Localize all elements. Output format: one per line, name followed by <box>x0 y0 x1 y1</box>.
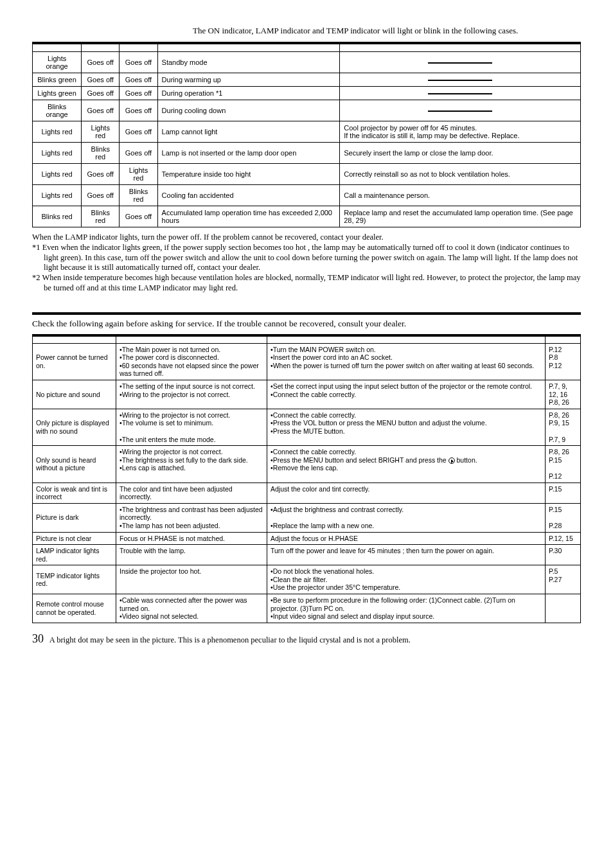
table-cell: Blinks red <box>33 206 82 227</box>
table-cell: Goes off <box>82 100 120 121</box>
table-cell: Lights red <box>33 164 82 185</box>
table-cell <box>340 87 581 100</box>
table-cell: Lights red <box>33 121 82 143</box>
remedy-cell: •Set the correct input using the input s… <box>267 380 546 409</box>
page-ref-cell: P.8, 26 P.9, 15 P.7, 9 <box>546 409 581 445</box>
symptom-cell: No picture and sound <box>33 380 116 409</box>
page-ref-cell <box>546 594 581 623</box>
table-cell <box>340 73 581 87</box>
indicator-table: Lights orangeGoes offGoes offStandby mod… <box>32 42 581 228</box>
table-cell: Blinks green <box>33 73 82 87</box>
remedy-cell: •Turn the MAIN POWER switch on. •Insert … <box>267 343 546 380</box>
page-ref-cell: P.7, 9, 12, 16 P.8, 26 <box>546 380 581 409</box>
symptom-cell: Remote control mouse cannot be operated. <box>33 594 116 623</box>
dash-icon <box>428 80 492 81</box>
remedy-cell: Turn off the power and leave for 45 minu… <box>267 545 546 565</box>
page-ref-cell: P.15 P.28 <box>546 503 581 532</box>
page-ref-cell: P.5 P.27 <box>546 565 581 594</box>
table-cell: Goes off <box>120 52 157 73</box>
remedy-cell: •Adjust the brightness and contrast corr… <box>267 503 546 532</box>
dash-icon <box>428 62 492 64</box>
indicator-intro: The ON indicator, LAMP indicator and TEM… <box>193 26 581 37</box>
dash-icon <box>428 111 492 112</box>
table-cell: Replace lamp and reset the accumulated l… <box>340 206 581 227</box>
symptom-cell: TEMP indicator lights red. <box>33 565 116 594</box>
page-ref-cell: P.15 <box>546 483 581 503</box>
symptom-cell: Only picture is displayed with no sound <box>33 409 116 445</box>
cause-cell: •The Main power is not turned on. •The p… <box>116 343 267 380</box>
table-cell: Standby mode <box>157 52 340 73</box>
symptom-cell: LAMP indicator lights red. <box>33 545 116 565</box>
table-cell: Blinks orange <box>33 100 82 121</box>
cause-cell: Trouble with the lamp. <box>116 545 267 565</box>
symptom-cell: Color is weak and tint is incorrect <box>33 483 116 503</box>
table-cell: Accumulated lamp operation time has exce… <box>157 206 340 227</box>
dash-icon <box>428 93 492 94</box>
table-cell: Lamp is not inserted or the lamp door op… <box>157 143 340 164</box>
table-cell: During warming up <box>157 73 340 87</box>
table-cell: Goes off <box>82 87 120 100</box>
table-cell: Lights orange <box>33 52 82 73</box>
symptom-cell: Only sound is heard without a picture <box>33 446 116 483</box>
table-cell: Lights red <box>33 185 82 206</box>
cause-cell: •The brightness and contrast has been ad… <box>116 503 267 532</box>
table-cell: Goes off <box>82 73 120 87</box>
remedy-cell: •Connect the cable correctly.•Press the … <box>267 446 546 483</box>
table-cell: Cool projector by power off for 45 minut… <box>340 121 581 143</box>
section-divider <box>32 312 581 315</box>
table-cell: Lights red <box>82 121 120 143</box>
table-cell: Cooling fan accidented <box>157 185 340 206</box>
cause-cell: The color and tint have been adjusted in… <box>116 483 267 503</box>
table-cell <box>340 52 581 73</box>
page-footer: 30 A bright dot may be seen in the pictu… <box>32 632 581 646</box>
footer-note: A bright dot may be seen in the picture.… <box>49 635 411 644</box>
table-cell: Temperature inside too hight <box>157 164 340 185</box>
table-cell: Lights red <box>33 143 82 164</box>
symptom-cell: Picture is not clear <box>33 532 116 545</box>
page-number: 30 <box>32 632 44 645</box>
table-cell: Goes off <box>120 143 157 164</box>
table-cell: Goes off <box>120 206 157 227</box>
cause-cell: •Cable was connected after the power was… <box>116 594 267 623</box>
table-cell: Blinks red <box>82 143 120 164</box>
table-cell: Goes off <box>120 73 157 87</box>
troubleshoot-table: Power cannot be turned on.•The Main powe… <box>32 334 581 623</box>
cause-cell: Inside the projector too hot. <box>116 565 267 594</box>
table-cell: Goes off <box>82 52 120 73</box>
table-cell: Correctly reinstall so as not to block v… <box>340 164 581 185</box>
symptom-cell: Power cannot be turned on. <box>33 343 116 380</box>
symptom-cell: Picture is dark <box>33 503 116 532</box>
remedy-cell: •Be sure to perform procedure in the fol… <box>267 594 546 623</box>
page-ref-cell: P.8, 26 P.15 P.12 <box>546 446 581 483</box>
table-cell: Goes off <box>120 121 157 143</box>
table-cell: Goes off <box>82 164 120 185</box>
table-cell: During operation *1 <box>157 87 340 100</box>
remedy-cell: •Connect the cable correctly. •Press the… <box>267 409 546 445</box>
troubleshoot-intro: Check the following again before asking … <box>32 319 581 329</box>
play-icon <box>449 457 455 464</box>
table-cell: Goes off <box>82 185 120 206</box>
table-cell: During cooling down <box>157 100 340 121</box>
note-paragraph: *1 Even when the indicator lights green,… <box>32 243 581 273</box>
remedy-cell: Adjust the focus or H.PHASE <box>267 532 546 545</box>
table-cell: Lights green <box>33 87 82 100</box>
note-paragraph: When the LAMP indicator lights, turn the… <box>32 233 581 243</box>
remedy-cell: •Do not block the venational holes. •Cle… <box>267 565 546 594</box>
cause-cell: •The setting of the input source is not … <box>116 380 267 409</box>
page-ref-cell: P.30 <box>546 545 581 565</box>
table-cell: Lamp cannot light <box>157 121 340 143</box>
table-cell: Blinks red <box>120 185 157 206</box>
cause-cell: Focus or H.PHASE is not matched. <box>116 532 267 545</box>
page-ref-cell: P.12 P.8 P.12 <box>546 343 581 380</box>
cause-cell: •Wiring to the projector is not correct.… <box>116 409 267 445</box>
page-ref-cell: P.12, 15 <box>546 532 581 545</box>
table-cell: Blinks red <box>82 206 120 227</box>
remedy-cell: Adjust the color and tint correctly. <box>267 483 546 503</box>
table-cell: Goes off <box>120 100 157 121</box>
table-cell: Securely insert the lamp or close the la… <box>340 143 581 164</box>
table-cell: Lights red <box>120 164 157 185</box>
note-paragraph: *2 When inside temperature becomes high … <box>32 273 581 293</box>
cause-cell: •Wiring the projector is not correct. •T… <box>116 446 267 483</box>
table-cell <box>340 100 581 121</box>
table-cell: Goes off <box>120 87 157 100</box>
